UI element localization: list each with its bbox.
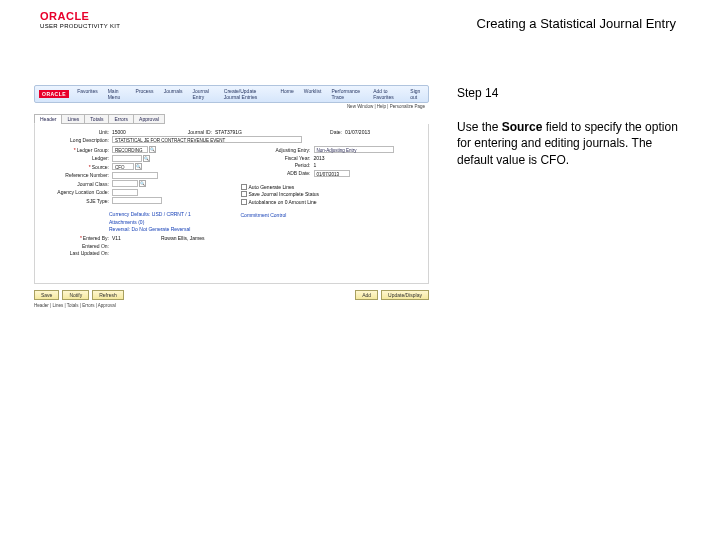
fy-label: Fiscal Year: — [241, 155, 311, 161]
period-value: 1 — [314, 162, 317, 168]
add-button[interactable]: Add — [355, 290, 378, 300]
entered-by-name: Rowan Ellis, James — [161, 235, 205, 241]
date-label: Date: — [242, 129, 342, 135]
ledger-group-label: Ledger Group: — [39, 147, 109, 153]
nav-item[interactable]: Favorites — [77, 88, 98, 100]
save-button[interactable]: Save — [34, 290, 59, 300]
nav-link[interactable]: Sign out — [410, 88, 424, 100]
ref-input[interactable] — [112, 172, 158, 179]
lookup-icon[interactable]: 🔍 — [149, 146, 156, 153]
adb-input[interactable]: 01/07/2013 — [314, 170, 350, 177]
long-desc-label: Long Description: — [39, 137, 109, 143]
tab-approval[interactable]: Approval — [133, 114, 165, 124]
nav-link[interactable]: Add to Favorites — [373, 88, 400, 100]
jclass-label: Journal Class: — [39, 181, 109, 187]
nav-item[interactable]: Create/Update Journal Entries — [224, 88, 273, 100]
update-button[interactable]: Update/Display — [381, 290, 429, 300]
tab-lines[interactable]: Lines — [61, 114, 85, 124]
journal-id-label: Journal ID: — [126, 129, 212, 135]
app-logo: ORACLE — [39, 90, 69, 98]
unit-label: Unit: — [39, 129, 109, 135]
doc-title: Creating a Statistical Journal Entry — [120, 10, 680, 31]
app-nav[interactable]: Favorites Main Menu Process Journals Jou… — [77, 88, 272, 100]
app-nav-right[interactable]: Home Worklist Performance Trace Add to F… — [280, 88, 424, 100]
ref-label: Reference Number: — [39, 172, 109, 178]
entered-on-label: Entered On: — [39, 243, 109, 249]
notify-button[interactable]: Notify — [62, 290, 89, 300]
instruction-pane: Step 14 Use the Source field to specify … — [457, 85, 680, 345]
autobalance-label: Autobalance on 0 Amount Line — [249, 199, 317, 205]
agency-input[interactable] — [112, 189, 138, 196]
nav-item[interactable]: Journal Entry — [193, 88, 214, 100]
nav-link[interactable]: Home — [280, 88, 293, 100]
tab-errors[interactable]: Errors — [108, 114, 134, 124]
refresh-button[interactable]: Refresh — [92, 290, 124, 300]
app-screenshot: ORACLE Favorites Main Menu Process Journ… — [34, 85, 429, 345]
save-incomplete-checkbox[interactable] — [241, 191, 247, 197]
autobalance-checkbox[interactable] — [241, 199, 247, 205]
period-label: Period: — [241, 162, 311, 168]
long-desc-input[interactable]: STATISTICAL JE FOR CONTRACT REVENUE EVEN… — [112, 136, 302, 143]
autogen-label: Auto Generate Lines — [249, 184, 295, 190]
nav-item[interactable]: Process — [136, 88, 154, 100]
step-label: Step 14 — [457, 85, 680, 101]
currency-defaults-link[interactable]: Currency Defaults: USD / CRRNT / 1 — [109, 211, 191, 217]
instruction-pre: Use the — [457, 120, 502, 134]
attachments-link[interactable]: Attachments (0) — [109, 219, 144, 225]
autogen-checkbox[interactable] — [241, 184, 247, 190]
tab-totals[interactable]: Totals — [84, 114, 109, 124]
nav-item[interactable]: Journals — [164, 88, 183, 100]
sjetype-select[interactable] — [112, 197, 162, 204]
reversal-link[interactable]: Reversal: Do Not Generate Reversal — [109, 226, 190, 232]
unit-value: 15000 — [112, 129, 126, 135]
adb-label: ADB Date: — [241, 170, 311, 176]
nav-item[interactable]: Main Menu — [108, 88, 126, 100]
nav-link[interactable]: Performance Trace — [331, 88, 363, 100]
entered-by-label: Entered By: — [39, 235, 109, 241]
user-line[interactable]: New Window | Help | Personalize Page — [34, 103, 429, 112]
ledger-input[interactable] — [112, 155, 142, 162]
adj-entry-select[interactable]: Non-Adjusting Entry — [314, 146, 394, 153]
instruction-bold: Source — [502, 120, 543, 134]
source-label: Source: — [39, 164, 109, 170]
tab-strip: Header Lines Totals Errors Approval — [34, 114, 429, 124]
lookup-icon[interactable]: 🔍 — [139, 180, 146, 187]
nav-link[interactable]: Worklist — [304, 88, 322, 100]
app-topbar: ORACLE Favorites Main Menu Process Journ… — [34, 85, 429, 103]
commitment-control-link[interactable]: Commitment Control — [241, 212, 287, 218]
tab-header[interactable]: Header — [34, 114, 62, 124]
entered-by-value: V11 — [112, 235, 121, 241]
lookup-icon[interactable]: 🔍 — [135, 163, 142, 170]
lookup-icon[interactable]: 🔍 — [143, 155, 150, 162]
last-updated-label: Last Updated On: — [39, 250, 109, 256]
journal-id-value: STAT3791G — [215, 129, 242, 135]
save-incomplete-label: Save Journal Incomplete Status — [249, 191, 320, 197]
bottom-tabs-note[interactable]: Header | Lines | Totals | Errors | Appro… — [34, 303, 429, 308]
date-value: 01/07/2013 — [345, 129, 370, 135]
form-area: Unit: 15000 Journal ID: STAT3791G Date: … — [34, 124, 429, 284]
brand-subtitle: USER PRODUCTIVITY KIT — [40, 23, 120, 29]
brand-logo: ORACLE USER PRODUCTIVITY KIT — [40, 10, 120, 29]
adj-entry-label: Adjusting Entry: — [241, 147, 311, 153]
brand-name: ORACLE — [40, 10, 120, 22]
agency-label: Agency Location Code: — [39, 189, 109, 195]
fy-value: 2013 — [314, 155, 325, 161]
sjetype-label: SJE Type: — [39, 198, 109, 204]
ledger-group-input[interactable]: RECORDING — [112, 146, 148, 153]
jclass-input[interactable] — [112, 180, 138, 187]
ledger-label: Ledger: — [39, 155, 109, 161]
footer-buttons: Save Notify Refresh Add Update/Display — [34, 290, 429, 300]
instruction-text: Use the Source field to specify the opti… — [457, 119, 680, 168]
source-input[interactable]: CFO — [112, 163, 134, 170]
